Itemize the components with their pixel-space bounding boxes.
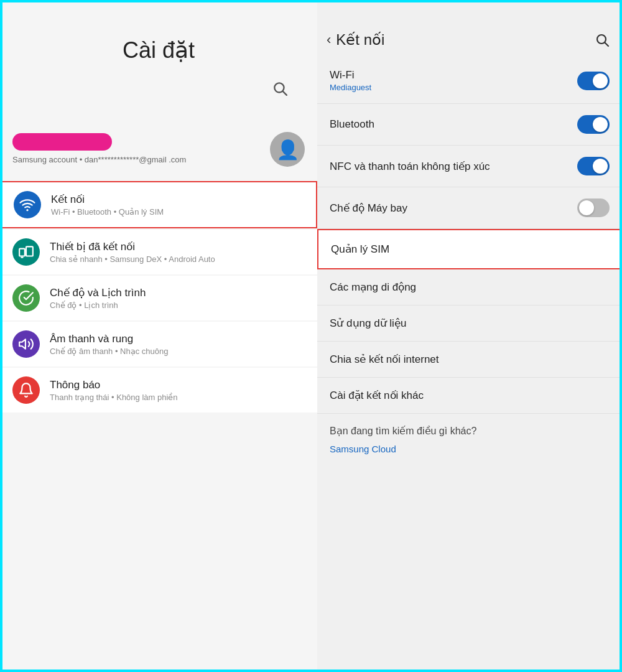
bluetooth-toggle[interactable] (577, 115, 610, 134)
am-thanh-text: Âm thanh và rung Chế độ âm thanh • Nhạc … (50, 333, 305, 356)
account-email: Samsung account • dan*************@gmail… (12, 154, 261, 166)
che-do-text: Chế độ và Lịch trình Chế độ • Lịch trình (50, 286, 305, 310)
wifi-toggle[interactable] (577, 72, 610, 90)
may-bay-toggle-knob (579, 200, 594, 215)
nfc-toggle[interactable] (577, 157, 610, 175)
thiet-bi-text: Thiết bị đã kết nối Chia sẻ nhanh • Sams… (50, 240, 305, 264)
left-header: Cài đặt (0, 0, 317, 126)
sound-icon-circle (12, 330, 40, 358)
ket-noi-subtitle: Wi-Fi • Bluetooth • Quản lý SIM (51, 207, 304, 217)
connection-item-su-dung-du-lieu[interactable]: Sử dụng dữ liệu (317, 306, 622, 342)
ket-noi-text: Kết nối Wi-Fi • Bluetooth • Quản lý SIM (51, 193, 304, 217)
connection-item-nfc[interactable]: NFC và thanh toán không tiếp xúc (317, 146, 622, 187)
connection-item-mang-di-dong[interactable]: Các mạng di động (317, 269, 622, 306)
svg-line-1 (283, 91, 287, 95)
find-more-text: Bạn đang tìm kiếm điều gì khác? (317, 414, 622, 441)
settings-item-ket-noi[interactable]: Kết nối Wi-Fi • Bluetooth • Quản lý SIM (0, 181, 317, 228)
right-search-icon (595, 32, 610, 47)
notification-icon (18, 382, 34, 398)
notif-icon-circle (12, 376, 40, 404)
am-thanh-title: Âm thanh và rung (50, 333, 305, 345)
search-icon (272, 80, 288, 96)
quan-ly-sim-title: Quản lý SIM (331, 243, 389, 256)
mang-di-dong-text: Các mạng di động (330, 281, 416, 294)
mang-di-dong-title: Các mạng di động (330, 281, 416, 294)
modes-icon-circle (12, 284, 40, 312)
right-header: ‹ Kết nối (317, 0, 622, 58)
nfc-title: NFC và thanh toán không tiếp xúc (330, 160, 490, 173)
right-header-title: Kết nối (336, 31, 384, 49)
settings-item-thong-bao[interactable]: Thông báo Thanh trạng thái • Không làm p… (0, 368, 317, 413)
quan-ly-sim-text: Quản lý SIM (331, 243, 389, 256)
su-dung-du-lieu-title: Sử dụng dữ liệu (330, 317, 406, 330)
connection-item-bluetooth[interactable]: Bluetooth (317, 104, 622, 146)
right-header-left: ‹ Kết nối (327, 31, 384, 49)
bluetooth-title: Bluetooth (330, 118, 374, 131)
left-panel: Cài đặt Samsung account • dan***********… (0, 0, 317, 672)
wifi-title: Wi-Fi (330, 69, 371, 82)
account-section[interactable]: Samsung account • dan*************@gmail… (0, 126, 317, 176)
may-bay-toggle[interactable] (577, 198, 610, 217)
che-do-title: Chế độ và Lịch trình (50, 286, 305, 299)
su-dung-du-lieu-text: Sử dụng dữ liệu (330, 317, 406, 330)
right-panel: ‹ Kết nối Wi-Fi Mediaguest Bluetooth (317, 0, 622, 672)
connection-list: Wi-Fi Mediaguest Bluetooth NFC và thanh … (317, 58, 622, 457)
wifi-icon (19, 197, 35, 213)
connection-item-chia-se-ket-noi[interactable]: Chia sẻ kết nối internet (317, 342, 622, 378)
sound-icon (18, 336, 34, 352)
bluetooth-toggle-knob (593, 117, 608, 132)
settings-item-thiet-bi[interactable]: Thiết bị đã kết nối Chia sẻ nhanh • Sams… (0, 230, 317, 274)
account-avatar[interactable]: 👤 (270, 132, 305, 167)
thiet-bi-title: Thiết bị đã kết nối (50, 240, 305, 253)
am-thanh-subtitle: Chế độ âm thanh • Nhạc chuông (50, 347, 305, 356)
svg-rect-4 (26, 246, 33, 256)
devices-icon (18, 244, 34, 260)
nfc-toggle-knob (593, 159, 608, 174)
connection-item-may-bay[interactable]: Chế độ Máy bay (317, 187, 622, 229)
settings-list: Kết nối Wi-Fi • Bluetooth • Quản lý SIM … (0, 181, 317, 413)
connection-item-cai-dat-ket-noi[interactable]: Cài đặt kết nối khác (317, 378, 622, 414)
modes-icon (18, 290, 34, 306)
ket-noi-icon-circle (14, 191, 41, 218)
bluetooth-text: Bluetooth (330, 118, 374, 131)
chia-se-ket-noi-title: Chia sẻ kết nối internet (330, 353, 439, 366)
chia-se-ket-noi-text: Chia sẻ kết nối internet (330, 353, 439, 366)
may-bay-title: Chế độ Máy bay (330, 202, 407, 215)
may-bay-text: Chế độ Máy bay (330, 202, 407, 215)
che-do-subtitle: Chế độ • Lịch trình (50, 301, 305, 310)
account-name-bar (12, 133, 112, 151)
wifi-toggle-knob (593, 73, 608, 88)
settings-item-am-thanh[interactable]: Âm thanh và rung Chế độ âm thanh • Nhạc … (0, 322, 317, 366)
samsung-cloud-link[interactable]: Samsung Cloud (317, 441, 622, 457)
avatar-icon: 👤 (276, 139, 299, 161)
account-info: Samsung account • dan*************@gmail… (12, 133, 261, 166)
thong-bao-subtitle: Thanh trạng thái • Không làm phiền (50, 393, 305, 402)
svg-line-8 (605, 43, 609, 47)
left-search-row (19, 76, 299, 101)
svg-marker-6 (19, 339, 26, 348)
right-search-button[interactable] (595, 32, 610, 47)
back-button[interactable]: ‹ (327, 32, 331, 48)
thong-bao-title: Thông báo (50, 379, 305, 391)
thiet-bi-subtitle: Chia sẻ nhanh • Samsung DeX • Android Au… (50, 254, 305, 264)
wifi-subtitle: Mediaguest (330, 83, 371, 92)
settings-title: Cài đặt (19, 37, 299, 63)
left-search-button[interactable] (267, 76, 292, 101)
connection-item-wifi[interactable]: Wi-Fi Mediaguest (317, 58, 622, 104)
thong-bao-text: Thông báo Thanh trạng thái • Không làm p… (50, 379, 305, 402)
cai-dat-ket-noi-title: Cài đặt kết nối khác (330, 389, 424, 402)
nfc-text: NFC và thanh toán không tiếp xúc (330, 160, 490, 173)
cai-dat-ket-noi-text: Cài đặt kết nối khác (330, 389, 424, 402)
ket-noi-title: Kết nối (51, 193, 304, 206)
svg-rect-3 (19, 249, 25, 256)
devices-icon-circle (12, 238, 40, 266)
connection-item-quan-ly-sim[interactable]: Quản lý SIM (317, 229, 622, 269)
settings-item-che-do[interactable]: Chế độ và Lịch trình Chế độ • Lịch trình (0, 276, 317, 320)
wifi-text: Wi-Fi Mediaguest (330, 69, 371, 92)
